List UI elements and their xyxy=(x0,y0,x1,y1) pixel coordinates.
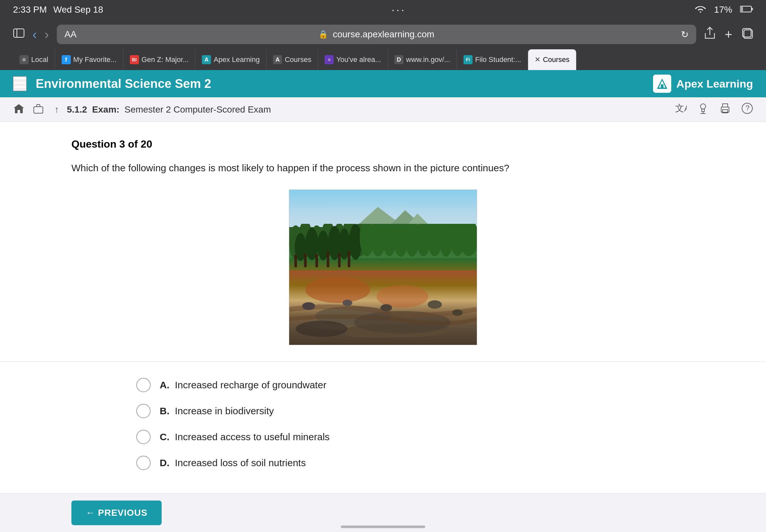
answer-text-d: D. Increased loss of soil nutrients xyxy=(160,456,306,470)
tab-local-label: Local xyxy=(31,55,48,64)
answer-option-c[interactable]: C. Increased access to useful minerals xyxy=(136,430,695,444)
audio-button[interactable] xyxy=(697,103,709,117)
tabs-bar: ≡ Local f My Favorite... BI Gen Z: Major… xyxy=(13,49,753,70)
home-indicator xyxy=(341,526,425,528)
cleared-layer xyxy=(289,271,477,345)
svg-rect-1 xyxy=(741,7,743,11)
answer-option-d[interactable]: D. Increased loss of soil nutrients xyxy=(136,456,695,470)
exam-code: 5.1.2 xyxy=(67,104,87,115)
answer-text-c: C. Increased access to useful minerals xyxy=(160,430,330,444)
answer-text-a: A. Increased recharge of groundwater xyxy=(160,378,326,392)
tabs-button[interactable] xyxy=(741,27,753,42)
tab-ingov-icon: D xyxy=(395,55,404,64)
share-button[interactable] xyxy=(704,27,716,42)
svg-rect-3 xyxy=(14,29,24,37)
question-image-container xyxy=(71,189,695,345)
answer-option-a[interactable]: A. Increased recharge of groundwater xyxy=(136,378,695,392)
svg-rect-48 xyxy=(304,253,307,267)
previous-button[interactable]: ← PREVIOUS xyxy=(71,501,162,525)
refresh-button[interactable]: ↻ xyxy=(681,29,688,40)
app-title: Environmental Science Sem 2 xyxy=(36,77,211,91)
browser-actions: + xyxy=(704,27,753,42)
radio-a[interactable] xyxy=(136,378,151,392)
svg-rect-49 xyxy=(315,254,318,267)
answer-option-b[interactable]: B. Increase in biodiversity xyxy=(136,404,695,418)
tab-youve[interactable]: ≡ You've alrea... xyxy=(318,49,388,70)
sidebar-toggle-button[interactable] xyxy=(13,28,25,41)
svg-point-58 xyxy=(302,302,315,310)
tab-filo-label: Filo Student:... xyxy=(475,55,521,64)
question-image xyxy=(289,189,477,345)
tab-favorites[interactable]: f My Favorite... xyxy=(55,49,123,70)
menu-button[interactable] xyxy=(13,76,27,91)
svg-point-57 xyxy=(296,320,347,337)
help-button[interactable]: ? xyxy=(741,103,753,117)
svg-rect-12 xyxy=(661,84,663,88)
tab-favorites-label: My Favorite... xyxy=(73,55,116,64)
svg-text:文A: 文A xyxy=(675,103,687,113)
url-bar[interactable]: AA 🔒 course.apexlearning.com ↻ xyxy=(57,25,696,44)
new-tab-button[interactable]: + xyxy=(725,27,732,42)
main-content: Question 3 of 20 Which of the following … xyxy=(0,122,766,532)
url-text[interactable]: course.apexlearning.com xyxy=(333,29,434,40)
tab-ingov[interactable]: D www.in.gov/... xyxy=(388,49,457,70)
svg-rect-52 xyxy=(347,251,350,267)
tab-genz[interactable]: BI Gen Z: Major... xyxy=(123,49,196,70)
print-button[interactable] xyxy=(719,103,731,117)
radio-b[interactable] xyxy=(136,404,151,418)
radio-c[interactable] xyxy=(136,430,151,444)
svg-rect-13 xyxy=(34,107,43,113)
tab-courses2-label: Courses xyxy=(543,55,570,64)
content-toolbar: ↑ 5.1.2 Exam: Semester 2 Computer-Scored… xyxy=(0,97,766,122)
tab-apex-icon: A xyxy=(202,55,211,64)
text-size-button[interactable]: AA xyxy=(65,29,77,40)
status-date: Wed Sep 18 xyxy=(53,5,103,15)
battery-icon xyxy=(740,5,753,15)
home-button[interactable] xyxy=(13,103,25,116)
tab-apex-label: Apex Learning xyxy=(213,55,260,64)
tab-courses[interactable]: A Courses xyxy=(266,49,318,70)
svg-point-60 xyxy=(380,304,392,311)
back-button[interactable]: ‹ xyxy=(32,27,37,42)
answer-choices: A. Increased recharge of groundwater B. … xyxy=(136,378,695,470)
tab-apex[interactable]: A Apex Learning xyxy=(195,49,266,70)
status-dots: ··· xyxy=(392,4,407,16)
app-header-left: Environmental Science Sem 2 xyxy=(13,76,211,91)
svg-rect-51 xyxy=(338,253,340,267)
trees-layer xyxy=(289,224,477,267)
svg-point-54 xyxy=(376,285,428,308)
status-time: 2:33 PM xyxy=(13,5,47,15)
url-bar-row: ‹ › AA 🔒 course.apexlearning.com ↻ + xyxy=(13,25,753,44)
question-number: Question 3 of 20 xyxy=(71,138,695,150)
browser-chrome: ‹ › AA 🔒 course.apexlearning.com ↻ + xyxy=(0,19,766,70)
translate-button[interactable]: 文A xyxy=(675,103,687,116)
svg-point-61 xyxy=(428,300,442,308)
tab-close-icon[interactable]: ✕ xyxy=(535,55,541,64)
svg-rect-7 xyxy=(14,78,26,79)
status-left: 2:33 PM Wed Sep 18 xyxy=(13,5,103,15)
svg-rect-9 xyxy=(14,86,26,88)
tab-ingov-label: www.in.gov/... xyxy=(406,55,450,64)
content-divider xyxy=(0,361,766,362)
exam-title: Semester 2 Computer-Scored Exam xyxy=(124,104,271,115)
briefcase-button[interactable] xyxy=(32,103,44,116)
apex-logo: Apex Learning xyxy=(653,75,753,93)
tab-courses-icon: A xyxy=(273,55,282,64)
svg-rect-2 xyxy=(752,8,753,10)
toolbar-left: ↑ 5.1.2 Exam: Semester 2 Computer-Scored… xyxy=(13,103,271,116)
svg-rect-16 xyxy=(702,109,704,112)
svg-point-59 xyxy=(342,299,352,306)
tab-filo-icon: Fi xyxy=(464,55,473,64)
tab-filo[interactable]: Fi Filo Student:... xyxy=(457,49,528,70)
question-text: Which of the following changes is most l… xyxy=(71,161,695,175)
lock-icon: 🔒 xyxy=(318,30,328,39)
svg-point-15 xyxy=(700,104,706,109)
tab-courses2[interactable]: ✕ Courses xyxy=(528,49,577,70)
exam-label: 5.1.2 Exam: Semester 2 Computer-Scored E… xyxy=(67,104,271,115)
radio-d[interactable] xyxy=(136,456,151,470)
tab-courses-label: Courses xyxy=(285,55,311,64)
tab-genz-label: Gen Z: Major... xyxy=(141,55,189,64)
tab-local[interactable]: ≡ Local xyxy=(13,49,55,70)
forward-button[interactable]: › xyxy=(44,27,49,42)
svg-rect-47 xyxy=(294,255,297,267)
